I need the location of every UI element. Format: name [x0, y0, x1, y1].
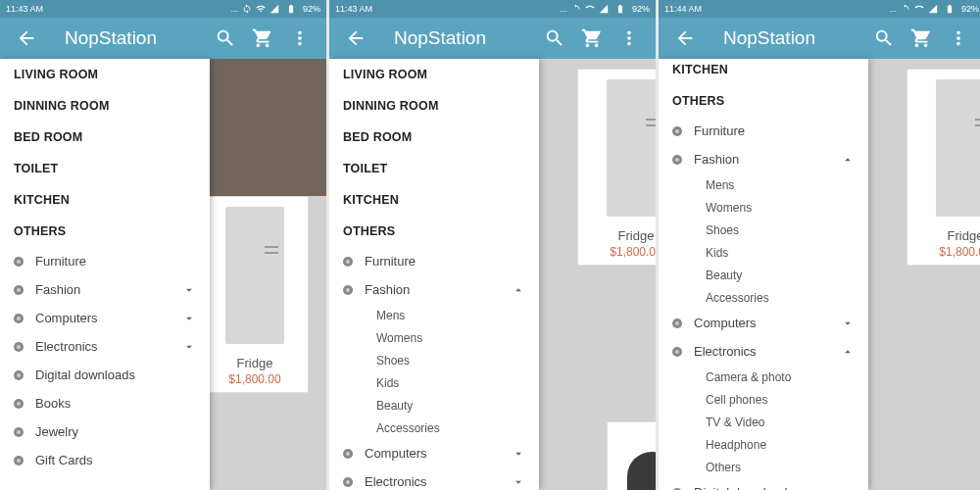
back-icon[interactable]	[16, 27, 37, 49]
bullet-icon	[672, 318, 682, 328]
cat-label: Computers	[694, 316, 841, 330]
product-card-fridge[interactable]: Fridge $1,800.00	[906, 69, 980, 266]
sidebar-item-toilet[interactable]: TOILET	[329, 153, 539, 184]
sub-womens[interactable]: Womens	[659, 196, 868, 219]
cat-label: Computers	[365, 446, 512, 461]
search-icon[interactable]	[873, 27, 895, 49]
cart-icon[interactable]	[252, 27, 273, 49]
cat-label: Fashion	[694, 152, 841, 167]
screen-2: 11:43 AM ... 92% NopStation Fridge $1,80…	[329, 0, 656, 490]
sidebar-item-others[interactable]: OTHERS	[329, 216, 539, 247]
cat-furniture[interactable]: Furniture	[329, 247, 539, 275]
cat-furniture[interactable]: Furniture	[0, 247, 210, 275]
bullet-icon	[343, 257, 353, 267]
back-icon[interactable]	[674, 27, 696, 49]
sub-others[interactable]: Others	[659, 456, 868, 478]
wifi-icon	[914, 4, 924, 14]
cat-electronics[interactable]: Electronics	[659, 337, 868, 366]
chevron-up-icon	[512, 283, 525, 297]
sidebar-item-dinning[interactable]: DINNING ROOM	[329, 90, 539, 122]
sidebar-item-kitchen[interactable]: KITCHEN	[0, 184, 210, 216]
sidebar-item-living[interactable]: LIVING ROOM	[329, 59, 539, 90]
nav-drawer: KITCHEN OTHERS Furniture Fashion Mens Wo…	[659, 59, 868, 490]
status-right: ... 92%	[230, 4, 320, 14]
sidebar-item-toilet[interactable]: TOILET	[0, 153, 210, 184]
bullet-icon	[14, 314, 24, 323]
product-card-chair[interactable]	[607, 421, 656, 490]
overflow-icon[interactable]	[289, 27, 311, 49]
sub-accessories[interactable]: Accessories	[659, 286, 868, 309]
sub-tv[interactable]: TV & Video	[659, 411, 868, 433]
overflow-icon[interactable]	[948, 27, 969, 49]
cat-label: Furniture	[694, 123, 855, 138]
sub-kids[interactable]: Kids	[659, 241, 868, 264]
sync-icon	[242, 4, 252, 14]
sub-shoes[interactable]: Shoes	[329, 349, 539, 371]
cat-books[interactable]: Books	[0, 389, 210, 417]
cat-electronics[interactable]: Electronics	[329, 467, 539, 490]
cat-electronics[interactable]: Electronics	[0, 332, 210, 361]
wifi-icon	[256, 4, 266, 14]
sidebar-item-kitchen[interactable]: KITCHEN	[329, 184, 539, 216]
sub-kids[interactable]: Kids	[329, 371, 539, 394]
sub-shoes[interactable]: Shoes	[659, 219, 868, 241]
back-icon[interactable]	[345, 27, 367, 49]
status-time: 11:43 AM	[6, 4, 230, 14]
cat-label: Books	[35, 396, 196, 411]
search-icon[interactable]	[544, 27, 565, 49]
sidebar-item-dinning[interactable]: DINNING ROOM	[0, 90, 210, 122]
signal-icon	[599, 4, 609, 14]
sub-mens[interactable]: Mens	[329, 304, 539, 326]
sub-camera[interactable]: Camera & photo	[659, 366, 868, 388]
app-bar: NopStation	[0, 18, 326, 59]
cat-computers[interactable]: Computers	[659, 309, 868, 337]
sub-beauty[interactable]: Beauty	[329, 394, 539, 416]
sub-headphone[interactable]: Headphone	[659, 433, 868, 456]
sub-womens[interactable]: Womens	[329, 326, 539, 349]
search-icon[interactable]	[215, 27, 236, 49]
product-card-fridge[interactable]: Fridge $1,800.00	[201, 196, 309, 393]
cat-label: Computers	[35, 311, 182, 325]
chevron-down-icon	[182, 312, 196, 325]
sync-icon	[901, 4, 910, 14]
chevron-down-icon	[841, 317, 855, 330]
sidebar-item-others[interactable]: OTHERS	[659, 85, 868, 117]
cat-digital[interactable]: Digital downloads	[659, 478, 868, 490]
product-card-fridge[interactable]: Fridge $1,800.00	[577, 69, 656, 266]
cat-computers[interactable]: Computers	[0, 304, 210, 332]
status-time: 11:43 AM	[335, 4, 560, 14]
chevron-down-icon	[512, 475, 525, 489]
signal-icon	[270, 4, 279, 14]
cart-icon[interactable]	[581, 27, 603, 49]
cat-furniture[interactable]: Furniture	[659, 117, 868, 145]
cat-fashion[interactable]: Fashion	[329, 275, 539, 304]
overflow-icon[interactable]	[618, 27, 640, 49]
cat-fashion[interactable]: Fashion	[659, 145, 868, 173]
sub-accessories[interactable]: Accessories	[329, 416, 539, 439]
cart-icon[interactable]	[910, 27, 932, 49]
chevron-up-icon	[841, 345, 855, 359]
product-price: $1,800.00	[578, 245, 656, 259]
sidebar-item-others[interactable]: OTHERS	[0, 216, 210, 247]
sub-cell[interactable]: Cell phones	[659, 388, 868, 411]
status-bar: 11:43 AM ... 92%	[329, 0, 656, 18]
sidebar-item-kitchen[interactable]: KITCHEN	[659, 59, 868, 85]
status-dots: ...	[230, 4, 238, 14]
cat-fashion[interactable]: Fashion	[0, 275, 210, 304]
sub-beauty[interactable]: Beauty	[659, 264, 868, 286]
sub-mens[interactable]: Mens	[659, 173, 868, 196]
bullet-icon	[14, 427, 24, 437]
cat-label: Digital downloads	[694, 485, 855, 490]
bullet-icon	[14, 399, 24, 409]
cat-giftcards[interactable]: Gift Cards	[0, 446, 210, 474]
fridge-image	[936, 79, 980, 217]
sidebar-item-bed[interactable]: BED ROOM	[0, 122, 210, 153]
nav-drawer: LIVING ROOM DINNING ROOM BED ROOM TOILET…	[0, 59, 210, 490]
cat-computers[interactable]: Computers	[329, 439, 539, 467]
chevron-down-icon	[182, 340, 196, 354]
product-name: Fridge	[202, 356, 308, 370]
cat-jewelry[interactable]: Jewelry	[0, 417, 210, 446]
sidebar-item-living[interactable]: LIVING ROOM	[0, 59, 210, 90]
sidebar-item-bed[interactable]: BED ROOM	[329, 122, 539, 153]
cat-digital[interactable]: Digital downloads	[0, 361, 210, 389]
